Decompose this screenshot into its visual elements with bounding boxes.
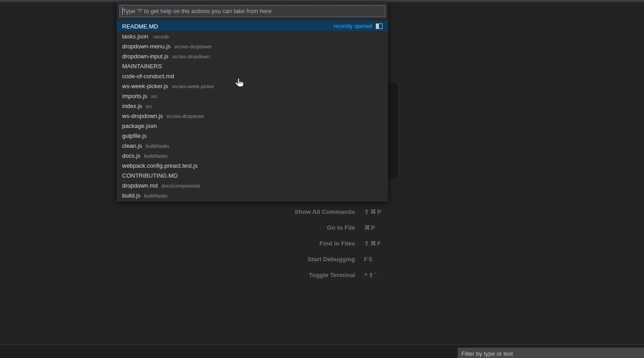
- quick-open-input[interactable]: [119, 5, 385, 17]
- file-row[interactable]: imports.js src: [117, 91, 388, 101]
- shortcut-keys: ⇧⌘F: [364, 240, 382, 247]
- file-path: src/ws-week-picker: [172, 83, 214, 89]
- file-row[interactable]: dropdown-input.js src/ws-dropdown: [117, 51, 388, 61]
- mouse-cursor-icon: [234, 78, 245, 90]
- file-name: README.MD: [122, 23, 158, 30]
- file-name: package.json: [122, 122, 157, 129]
- file-row[interactable]: ws-dropdown.js src/ws-dropdown: [117, 111, 388, 121]
- file-name: MAINTAINERS: [122, 63, 162, 70]
- file-row[interactable]: dropdown-menu.js src/ws-dropdown: [117, 41, 388, 51]
- file-path: build/tasks: [146, 142, 169, 149]
- file-row[interactable]: build.js build/tasks: [117, 190, 388, 200]
- shortcut-row: Start Debugging F5: [190, 251, 384, 267]
- file-row[interactable]: clean.js build/tasks: [117, 141, 388, 151]
- file-name: build.js: [122, 192, 140, 199]
- recently-opened-badge: recently opened: [334, 23, 372, 29]
- file-name: gulpfile.js: [122, 132, 147, 139]
- file-row[interactable]: MAINTAINERS: [117, 61, 388, 71]
- file-name: code-of-conduct.md: [122, 73, 174, 80]
- shortcut-keys: ⇧⌘P: [364, 208, 382, 215]
- shortcut-label: Go to File: [190, 224, 355, 231]
- file-path: src/ws-dropdown: [172, 53, 210, 59]
- file-row[interactable]: code-of-conduct.md: [117, 71, 388, 81]
- file-row[interactable]: README.MD recently opened: [117, 21, 388, 31]
- file-row[interactable]: package.json: [117, 121, 388, 131]
- shortcut-label: Toggle Terminal: [190, 272, 355, 278]
- quick-open-palette: README.MD recently opened tasks.json .vs…: [117, 2, 388, 202]
- bottom-panel: [0, 344, 644, 358]
- file-name: tasks.json: [122, 33, 148, 40]
- file-name: webpack.config.preact.test.js: [122, 162, 198, 169]
- file-path: src/ws-dropdown: [166, 113, 204, 119]
- vscode-window: README.MD recently opened tasks.json .vs…: [0, 0, 644, 358]
- file-row[interactable]: tasks.json .vscode: [117, 31, 388, 41]
- file-name: imports.js: [122, 93, 147, 99]
- text-caret: [122, 7, 123, 15]
- file-name: docs.js: [122, 152, 140, 159]
- file-name: dropdown-menu.js: [122, 43, 170, 50]
- file-row[interactable]: ws-week-picker.js src/ws-week-picker: [117, 81, 388, 91]
- keyboard-shortcuts-watermark: Show All Commands ⇧⌘P Go to File ⌘P Find…: [190, 204, 384, 283]
- shortcut-label: Start Debugging: [190, 256, 355, 263]
- file-path: build/tasks: [144, 152, 167, 159]
- open-to-side-icon[interactable]: [376, 24, 383, 29]
- file-name: ws-dropdown.js: [122, 113, 163, 119]
- file-row[interactable]: CONTRIBUTING.MD: [117, 170, 388, 180]
- file-name: CONTRIBUTING.MD: [122, 172, 178, 179]
- shortcut-label: Find in Files: [190, 240, 355, 247]
- file-path: src/ws-dropdown: [174, 43, 212, 49]
- shortcut-row: Go to File ⌘P: [190, 220, 384, 236]
- quick-open-input-wrap: [119, 5, 385, 17]
- shortcut-row: Show All Commands ⇧⌘P: [190, 204, 384, 220]
- shortcut-label: Show All Commands: [190, 208, 355, 215]
- shortcut-keys: F5: [364, 256, 373, 263]
- file-path: src: [146, 103, 152, 109]
- file-path: build/tasks: [144, 192, 167, 198]
- file-row[interactable]: gulpfile.js: [117, 131, 388, 141]
- shortcut-keys: ^⇧`: [364, 272, 378, 278]
- file-name: dropdown-input.js: [122, 53, 169, 60]
- shortcut-row: Find in Files ⇧⌘F: [190, 236, 384, 251]
- file-row[interactable]: webpack.config.preact.test.js: [117, 160, 388, 170]
- file-name: clean.js: [122, 142, 142, 149]
- file-row[interactable]: index.js src: [117, 101, 388, 111]
- shortcut-row: Toggle Terminal ^⇧`: [190, 267, 384, 283]
- file-name: ws-week-picker.js: [122, 83, 168, 90]
- shortcut-keys: ⌘P: [364, 224, 376, 231]
- file-name: dropdown.md: [122, 182, 158, 189]
- file-path: docs/components: [161, 182, 200, 188]
- file-name: index.js: [122, 103, 142, 109]
- file-path: src: [151, 93, 158, 99]
- file-path: .vscode: [152, 33, 169, 39]
- file-list: README.MD recently opened tasks.json .vs…: [117, 20, 388, 200]
- file-row[interactable]: dropdown.md docs/components: [117, 180, 388, 190]
- filter-input[interactable]: [458, 348, 644, 358]
- file-row[interactable]: docs.js build/tasks: [117, 151, 388, 160]
